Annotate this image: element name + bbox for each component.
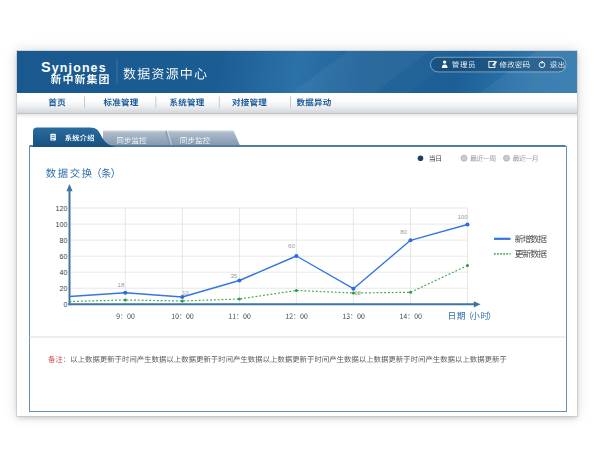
svg-text:0: 0 xyxy=(63,301,67,308)
svg-text:100: 100 xyxy=(457,214,468,220)
svg-text:60: 60 xyxy=(60,253,68,260)
svg-text:120: 120 xyxy=(56,205,68,212)
svg-text:80: 80 xyxy=(400,229,407,235)
svg-text:60: 60 xyxy=(288,243,295,249)
svg-text:18: 18 xyxy=(118,282,125,288)
svg-text:35: 35 xyxy=(230,273,237,279)
svg-text:100: 100 xyxy=(56,221,68,228)
svg-text:10: 10 xyxy=(354,290,361,296)
svg-text:40: 40 xyxy=(60,269,68,276)
svg-text:Synjones: Synjones xyxy=(41,59,107,75)
svg-text:10: 10 xyxy=(182,290,189,296)
svg-text:20: 20 xyxy=(60,285,68,292)
svg-text:80: 80 xyxy=(60,237,68,244)
